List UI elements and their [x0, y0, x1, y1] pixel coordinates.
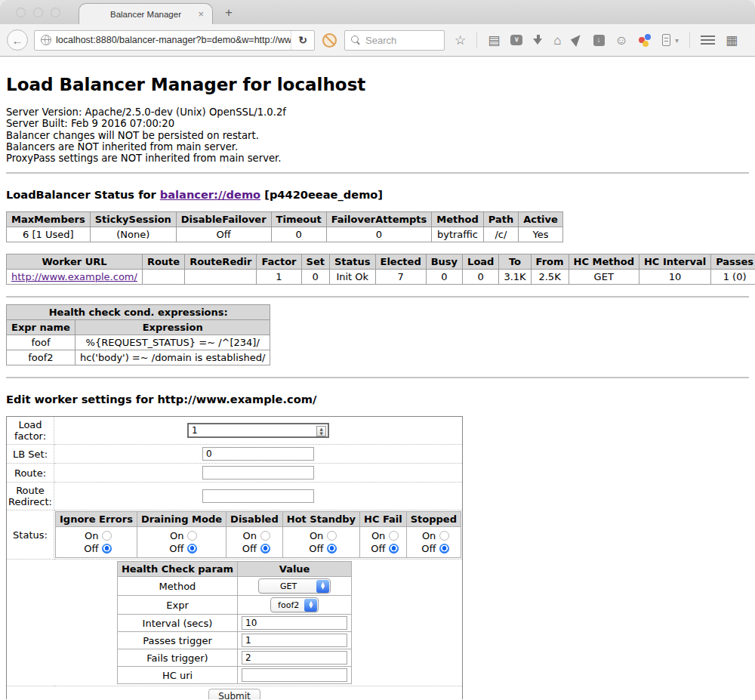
- form-row-load-factor: Load factor: ▲▼: [7, 417, 463, 445]
- battery-extension-icon[interactable]: [662, 34, 670, 46]
- minimize-window-button[interactable]: [33, 8, 43, 17]
- interval-input[interactable]: [242, 616, 347, 630]
- bookmarks-clipboard-icon[interactable]: ▤: [488, 34, 500, 47]
- hot-standby-off-radio[interactable]: [327, 544, 337, 554]
- send-tab-icon[interactable]: [570, 33, 584, 47]
- balancer-status-heading: LoadBalancer Status for balancer://demo …: [6, 188, 749, 201]
- ignore-errors-on-radio[interactable]: [102, 531, 112, 541]
- table-header-row: MaxMembers StickySession DisableFailover…: [7, 212, 563, 227]
- radio-off-label: Off: [79, 543, 98, 554]
- col-disabled: Disabled: [226, 512, 283, 527]
- cell-path: /c/: [483, 227, 518, 242]
- table-row: http://www.example.com/ 1 0 Init Ok 7 0 …: [7, 270, 755, 285]
- cell-method: bytraffic: [432, 227, 483, 242]
- col-load: Load: [463, 254, 499, 270]
- search-bar[interactable]: Search: [344, 30, 445, 51]
- hot-standby-on-radio[interactable]: [327, 531, 337, 541]
- content-blocked-icon[interactable]: [322, 33, 337, 48]
- navigation-toolbar: ← localhost:8880/balancer-manager?b=demo…: [0, 24, 755, 57]
- reload-icon[interactable]: ↻: [291, 31, 314, 50]
- draining-mode-on-radio[interactable]: [187, 531, 197, 541]
- radio-on-label: On: [79, 530, 98, 541]
- zoom-window-button[interactable]: [51, 8, 60, 17]
- method-label: Method: [117, 577, 237, 596]
- col-timeout: Timeout: [271, 212, 326, 227]
- hc-uri-label: HC uri: [117, 667, 237, 684]
- extension-download-icon[interactable]: ↓: [593, 35, 605, 46]
- window-controls: [16, 8, 60, 17]
- tab-close-icon[interactable]: ×: [198, 9, 204, 19]
- menu-hamburger-icon[interactable]: [701, 35, 715, 45]
- cell-status: Init Ok: [329, 270, 375, 285]
- select-arrows-icon: ▲▼: [316, 580, 329, 593]
- load-factor-label: Load factor:: [7, 417, 54, 445]
- heading-prefix: LoadBalancer Status for: [6, 188, 160, 201]
- col-from: From: [531, 254, 569, 270]
- expr-select-value: foof2: [278, 600, 304, 610]
- notice-persist: Balancer changes will NOT be persisted o…: [6, 130, 749, 141]
- server-info: Server Version: Apache/2.5.0-dev (Unix) …: [6, 106, 749, 164]
- form-row-submit: Submit: [7, 686, 463, 699]
- col-disablefailover: DisableFailover: [176, 212, 271, 227]
- hc-uri-input[interactable]: [242, 668, 347, 682]
- notice-proxypass: ProxyPass settings are NOT inherited fro…: [6, 153, 749, 164]
- status-header-row: Ignore Errors Draining Mode Disabled Hot…: [56, 512, 461, 527]
- downloads-icon[interactable]: [533, 35, 543, 45]
- tab-balancer-manager[interactable]: Balancer Manager ×: [79, 3, 213, 24]
- back-button[interactable]: ←: [7, 29, 28, 51]
- table-row: 6 [1 Used] (None) Off 0 0 bytraffic /c/ …: [7, 227, 563, 242]
- balancer-demo-link[interactable]: balancer://demo: [160, 188, 260, 201]
- col-hc-fail: HC Fail: [360, 512, 407, 527]
- stopped-radios: On Off: [406, 527, 461, 558]
- submit-button[interactable]: Submit: [208, 689, 260, 699]
- expr-select[interactable]: foof2 ▲▼: [270, 597, 319, 612]
- server-built: Server Built: Feb 9 2016 07:00:20: [6, 118, 749, 129]
- lb-set-input[interactable]: [202, 447, 314, 461]
- close-window-button[interactable]: [16, 8, 26, 17]
- feedback-smiley-icon[interactable]: ☺: [615, 34, 628, 47]
- col-stickysession: StickySession: [90, 212, 176, 227]
- stopped-on-radio[interactable]: [439, 531, 449, 541]
- hc-fail-radios: On Off: [360, 527, 407, 558]
- health-check-expressions-table: Health check cond. expressions: Expr nam…: [6, 304, 270, 365]
- form-row-lb-set: LB Set:: [7, 445, 463, 464]
- cell-factor: 1: [257, 270, 301, 285]
- url-text[interactable]: localhost:8880/balancer-manager?b=demo&w…: [56, 35, 291, 45]
- route-redirect-input[interactable]: [202, 489, 314, 503]
- method-select[interactable]: GET ▲▼: [258, 578, 331, 594]
- tab-strip: Balancer Manager × +: [0, 0, 755, 24]
- site-identity-globe-icon[interactable]: [41, 35, 51, 45]
- ignore-errors-off-radio[interactable]: [102, 544, 112, 554]
- draining-mode-off-radio[interactable]: [187, 544, 197, 554]
- pocket-icon[interactable]: ∨: [510, 35, 522, 45]
- expr-table-title: Health check cond. expressions:: [7, 305, 270, 320]
- passes-trigger-input[interactable]: [242, 634, 347, 647]
- load-factor-input[interactable]: [187, 423, 329, 438]
- route-input[interactable]: [202, 466, 314, 480]
- stopped-off-radio[interactable]: [439, 544, 449, 554]
- status-table: Ignore Errors Draining Mode Disabled Hot…: [55, 511, 461, 558]
- tiles-grid-icon[interactable]: ▦: [726, 34, 738, 47]
- worker-url-link[interactable]: http://www.example.com/: [11, 271, 137, 282]
- radio-on-label: On: [304, 530, 323, 541]
- home-icon[interactable]: ⌂: [553, 34, 561, 47]
- cell-expression: %{REQUEST_STATUS} =~ /^[234]/: [75, 335, 270, 350]
- bookmark-star-icon[interactable]: ☆: [455, 34, 466, 47]
- col-passes: Passes: [711, 254, 755, 270]
- number-stepper-icon[interactable]: ▲▼: [316, 426, 326, 436]
- form-row-status: Status: Ignore Errors Draining Mode Disa…: [7, 510, 463, 560]
- disabled-on-radio[interactable]: [260, 531, 270, 541]
- hc-fail-off-radio[interactable]: [389, 544, 399, 554]
- col-expr-name: Expr name: [7, 320, 76, 335]
- disabled-off-radio[interactable]: [260, 544, 270, 554]
- hc-fail-on-radio[interactable]: [389, 531, 399, 541]
- col-status: Status: [329, 254, 375, 270]
- heading-suffix: [p4420eeae_demo]: [260, 188, 383, 201]
- new-tab-button[interactable]: +: [225, 5, 233, 20]
- chevron-down-icon[interactable]: ▾: [675, 36, 679, 45]
- select-arrows-icon: ▲▼: [304, 599, 317, 612]
- url-bar[interactable]: localhost:8880/balancer-manager?b=demo&w…: [34, 30, 315, 51]
- colorful-extension-icon[interactable]: [639, 34, 652, 47]
- fails-trigger-input[interactable]: [242, 651, 347, 665]
- route-redirect-label: Route Redirect:: [7, 483, 54, 510]
